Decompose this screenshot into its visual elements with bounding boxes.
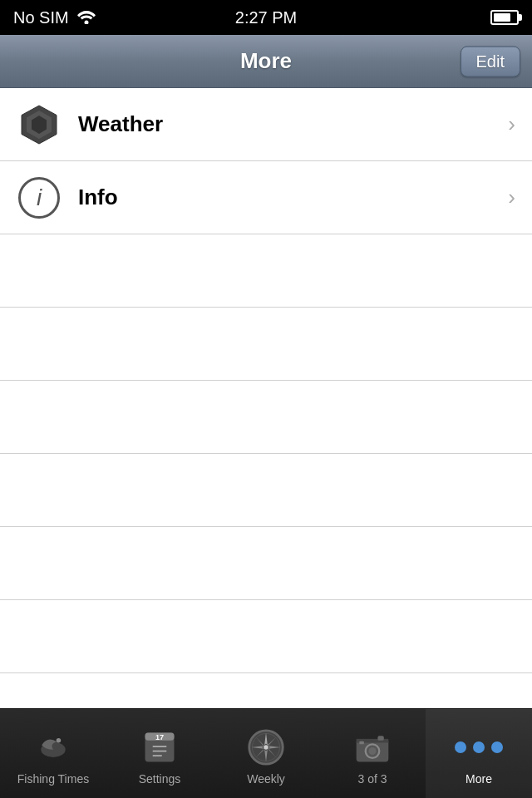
empty-row-1 [0, 234, 532, 308]
empty-row-4 [0, 454, 532, 527]
svg-point-22 [264, 745, 268, 750]
weekly-icon [244, 726, 288, 769]
nav-bar: More Edit [0, 35, 532, 88]
svg-point-26 [368, 747, 376, 755]
svg-point-0 [84, 21, 88, 25]
info-icon: i [17, 175, 62, 220]
tab-bar: Fishing Times 17 Settings [0, 708, 532, 798]
svg-text:17: 17 [155, 732, 164, 741]
fishing-times-icon [32, 726, 75, 769]
svg-rect-27 [377, 736, 383, 741]
tab-settings-label: Settings [139, 772, 181, 786]
nav-title: More [240, 48, 292, 74]
dot-3 [491, 741, 503, 753]
svg-point-5 [57, 737, 62, 742]
edit-button[interactable]: Edit [461, 46, 520, 76]
empty-row-3 [0, 381, 532, 454]
carrier-text: No SIM [13, 8, 69, 27]
weather-icon [17, 102, 62, 147]
empty-row-6 [0, 600, 532, 673]
empty-row-5 [0, 527, 532, 600]
tab-3of3[interactable]: 3 of 3 [319, 709, 426, 798]
status-time: 2:27 PM [235, 8, 297, 27]
tab-more[interactable]: More [426, 709, 532, 798]
info-chevron: › [508, 185, 515, 210]
battery-fill [494, 13, 510, 22]
tab-fishing-times-label: Fishing Times [17, 772, 89, 786]
settings-icon: 17 [138, 726, 181, 769]
dot-1 [455, 741, 466, 753]
empty-row-2 [0, 308, 532, 381]
more-icon [457, 726, 500, 769]
list-item-weather[interactable]: Weather › [0, 88, 532, 161]
tab-settings[interactable]: 17 Settings [106, 709, 213, 798]
info-label: Info [78, 185, 508, 210]
wifi-icon [77, 11, 96, 24]
tab-weekly-label: Weekly [247, 772, 285, 786]
tab-weekly[interactable]: Weekly [213, 709, 319, 798]
content-area: Weather › i Info › [0, 88, 532, 746]
dots-icon [455, 741, 503, 753]
list-item-info[interactable]: i Info › [0, 161, 532, 234]
info-circle: i [18, 177, 60, 219]
weather-label: Weather [78, 111, 508, 137]
hex-svg [18, 104, 60, 145]
camera-icon [351, 726, 394, 769]
status-right [490, 10, 519, 25]
status-bar: No SIM 2:27 PM [0, 0, 532, 35]
tab-more-label: More [466, 772, 492, 786]
tab-fishing-times[interactable]: Fishing Times [0, 709, 106, 798]
weather-chevron: › [508, 111, 515, 137]
dot-2 [473, 741, 485, 753]
svg-rect-28 [359, 741, 364, 744]
battery-icon [490, 10, 519, 25]
status-left: No SIM [13, 8, 96, 27]
tab-3of3-label: 3 of 3 [357, 772, 387, 786]
